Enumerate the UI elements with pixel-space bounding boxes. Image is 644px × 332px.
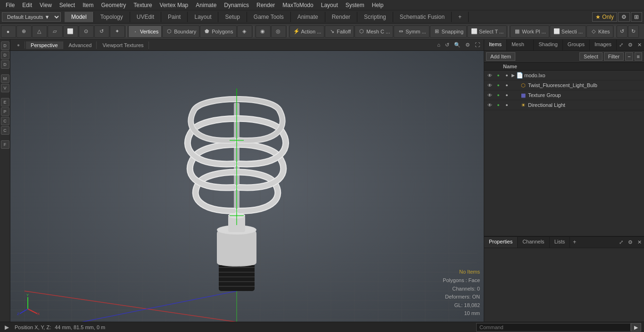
star-button[interactable]: ★ Only xyxy=(592,12,617,22)
tool-snapping[interactable]: ⊞Snapping xyxy=(430,25,467,38)
prop-expand-icon[interactable]: ⤢ xyxy=(617,239,626,245)
sidebar-icon-c[interactable]: C xyxy=(1,117,9,125)
vis-icon3-texture[interactable]: ● xyxy=(503,91,511,99)
vis-icon3-modo[interactable]: ● xyxy=(503,72,511,79)
panel-tab-mesh[interactable]: Mesh ... xyxy=(507,40,534,50)
vis-icon2-texture[interactable]: ● xyxy=(495,91,502,99)
vis-icon-modo[interactable]: 👁 xyxy=(486,72,494,79)
prop-tab-add[interactable]: + xyxy=(570,237,579,248)
list-item-modo-lxo[interactable]: 👁 ● ● ▶ 📄 modo.lxo xyxy=(484,71,644,81)
panel-tab-shading[interactable]: Shading xyxy=(534,40,562,50)
layout-dropdown[interactable]: Default Layouts ▼ xyxy=(2,12,61,22)
prop-tab-properties[interactable]: Properties xyxy=(484,237,518,248)
panel-tab-items[interactable]: Items xyxy=(484,40,507,50)
tool-circle[interactable]: ⊙ xyxy=(79,25,94,38)
tool-action[interactable]: ⚡Action ... xyxy=(289,25,325,38)
vis-icon2-light[interactable]: ● xyxy=(495,101,502,109)
tool-rotate[interactable]: ↺ xyxy=(94,25,109,38)
layout-icon-btn2[interactable]: ⊞ xyxy=(631,12,642,22)
menu-select[interactable]: Select xyxy=(56,1,79,9)
tool-crosshair[interactable]: ⊕ xyxy=(17,25,32,38)
list-item-texture-group[interactable]: 👁 ● ● ▦ Texture Group xyxy=(484,90,644,100)
tab-paint[interactable]: Paint xyxy=(161,12,188,22)
menu-geometry[interactable]: Geometry xyxy=(98,1,130,9)
prop-tab-lists[interactable]: Lists xyxy=(550,237,570,248)
menu-maxtomodo[interactable]: MaxToModo xyxy=(279,1,317,9)
tab-animate[interactable]: Animate xyxy=(291,12,325,22)
panel-settings-icon[interactable]: ⚙ xyxy=(626,42,635,48)
list-item-dir-light[interactable]: 👁 ● ● ☀ Directional Light xyxy=(484,100,644,110)
tool-redo[interactable]: ↻ xyxy=(628,25,639,38)
tab-uvedit[interactable]: UVEdit xyxy=(130,12,161,22)
menu-item[interactable]: Item xyxy=(79,1,97,9)
sidebar-icon-m[interactable]: M xyxy=(1,74,9,83)
viewport-tab-perspective[interactable]: Perspective xyxy=(26,41,63,49)
vis-icon3-light[interactable]: ● xyxy=(503,101,511,109)
menu-animate[interactable]: Animate xyxy=(192,1,220,9)
sidebar-icon-f[interactable]: F xyxy=(1,140,9,149)
layout-icon-btn1[interactable]: ⚙ xyxy=(618,12,630,22)
tool-boundary[interactable]: ⬡Boundary xyxy=(162,25,199,38)
panel-expand-icon[interactable]: ⤢ xyxy=(617,42,626,48)
tool-ring[interactable]: ◎ xyxy=(271,25,286,38)
status-arrow[interactable]: ▶ xyxy=(3,324,11,331)
panel-tab-groups[interactable]: Groups xyxy=(563,40,590,50)
vis-icon-light[interactable]: 👁 xyxy=(486,101,494,109)
sidebar-icon-c2[interactable]: C xyxy=(1,126,9,135)
sidebar-icon-po[interactable]: P xyxy=(1,107,9,116)
panel-close-icon[interactable]: ✕ xyxy=(635,42,644,48)
viewport-home-icon[interactable]: ⌂ xyxy=(435,41,442,49)
tool-select[interactable]: ▱ xyxy=(48,25,63,38)
tool-vertex[interactable]: △ xyxy=(32,25,47,38)
menu-texture[interactable]: Texture xyxy=(130,1,156,9)
command-run-btn[interactable]: ▶ xyxy=(631,323,641,332)
vis-icon2-bulb[interactable]: ● xyxy=(495,81,502,89)
menu-edit[interactable]: Edit xyxy=(18,1,36,9)
items-minus-btn[interactable]: − xyxy=(625,52,633,61)
viewport-tab-advanced[interactable]: Advanced xyxy=(64,41,97,49)
viewport-toggle[interactable]: ● xyxy=(12,41,25,49)
menu-vertex-map[interactable]: Vertex Map xyxy=(156,1,192,9)
tool-work-plane[interactable]: ▦Work Pl ... xyxy=(510,25,549,38)
tool-circle2[interactable]: ◉ xyxy=(256,25,271,38)
viewport-fullscreen-icon[interactable]: ⛶ xyxy=(473,41,482,49)
tab-setup[interactable]: Setup xyxy=(218,12,247,22)
menu-view[interactable]: View xyxy=(36,1,56,9)
vis-icon-bulb[interactable]: 👁 xyxy=(486,81,494,89)
prop-close-icon[interactable]: ✕ xyxy=(635,239,644,245)
menu-file[interactable]: File xyxy=(2,1,18,9)
tool-rect[interactable]: ⬜ xyxy=(63,25,78,38)
sidebar-icon-1[interactable]: D xyxy=(1,41,9,50)
tool-falloff[interactable]: ↘Falloff xyxy=(325,25,354,38)
items-arrow-btn[interactable]: ≡ xyxy=(635,52,642,61)
menu-render[interactable]: Render xyxy=(253,1,279,9)
tab-add[interactable]: + xyxy=(452,12,469,22)
vis-icon-texture[interactable]: 👁 xyxy=(486,91,494,99)
vis-icon3-bulb[interactable]: ● xyxy=(503,81,511,89)
sidebar-icon-dup[interactable]: D xyxy=(1,60,9,69)
viewport-settings-icon[interactable]: ⚙ xyxy=(463,41,472,49)
list-item-twist-bulb[interactable]: 👁 ● ● ⬡ Twist_Fluorescent_Light_Bulb xyxy=(484,81,644,90)
viewport-tab-textures[interactable]: Viewport Textures xyxy=(98,41,149,49)
add-item-button[interactable]: Add Item xyxy=(486,52,515,61)
tab-topology[interactable]: Topology xyxy=(94,12,130,22)
prop-tab-channels[interactable]: Channels xyxy=(518,237,549,248)
menu-system[interactable]: System xyxy=(342,1,368,9)
tab-layout[interactable]: Layout xyxy=(188,12,218,22)
tool-undo[interactable]: ↺ xyxy=(617,25,627,38)
tool-star[interactable]: ✦ xyxy=(110,25,125,38)
panel-tab-images[interactable]: Images xyxy=(590,40,617,50)
sidebar-icon-v[interactable]: V xyxy=(1,84,9,92)
tab-schematic-fusion[interactable]: Schematic Fusion xyxy=(393,12,452,22)
select-button[interactable]: Select xyxy=(579,52,603,61)
expand-icon-modo[interactable]: ▶ xyxy=(512,73,516,78)
filter-button[interactable]: Filter xyxy=(604,52,624,61)
tab-scripting[interactable]: Scripting xyxy=(357,12,393,22)
tool-select-tool[interactable]: ⬜Select T ... xyxy=(467,25,507,38)
sidebar-icon-e[interactable]: E xyxy=(1,98,9,106)
tool-kites[interactable]: ◇Kites xyxy=(586,25,613,38)
tool-dot[interactable]: ● xyxy=(1,25,16,38)
tool-mesh[interactable]: ⬡Mesh C ... xyxy=(355,25,393,38)
prop-settings-icon[interactable]: ⚙ xyxy=(626,239,635,245)
vis-icon2-modo[interactable]: ● xyxy=(495,72,502,79)
